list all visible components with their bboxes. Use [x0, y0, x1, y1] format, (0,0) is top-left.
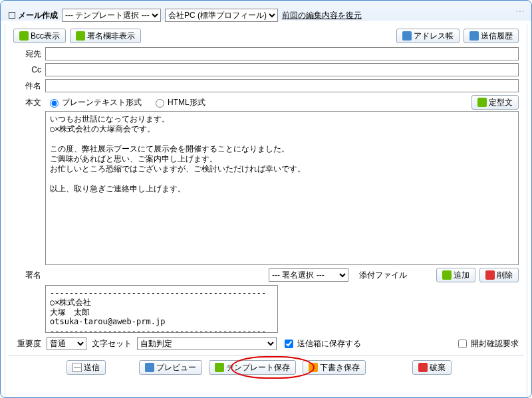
subject-label: 件名: [13, 80, 41, 92]
attach-add-button[interactable]: 追加: [436, 268, 475, 282]
show-bcc-button[interactable]: Bcc表示: [13, 29, 66, 43]
save-template-button[interactable]: テンプレート保存: [209, 360, 296, 375]
profile-select[interactable]: 会社PC (標準プロフィール): [165, 9, 278, 22]
signature-icon: [76, 31, 85, 41]
read-receipt-input[interactable]: [458, 340, 467, 348]
preview-icon: [145, 363, 154, 372]
window-title-text: メール作成: [18, 10, 58, 21]
preview-label: プレビュー: [156, 362, 196, 373]
discard-button[interactable]: 破棄: [412, 360, 452, 375]
boilerplate-icon: [477, 98, 487, 107]
to-input[interactable]: [45, 47, 519, 60]
discard-label: 破棄: [430, 362, 446, 373]
plaintext-radio[interactable]: プレーンテキスト形式: [47, 97, 142, 108]
preview-button[interactable]: プレビュー: [139, 360, 202, 375]
hide-signature-label: 署名欄非表示: [87, 31, 135, 42]
restore-previous-link[interactable]: 前回の編集内容を復元: [282, 10, 362, 21]
address-book-button[interactable]: アドレス帳: [396, 29, 460, 43]
read-receipt-checkbox[interactable]: 開封確認要求: [456, 338, 519, 350]
charset-select[interactable]: 自動判定: [137, 337, 277, 350]
show-bcc-label: Bcc表示: [31, 31, 60, 42]
attachment-label: 添付ファイル: [359, 270, 407, 281]
html-radio-label: HTML形式: [168, 97, 205, 108]
html-radio-input[interactable]: [156, 99, 164, 108]
save-template-icon: [215, 363, 224, 372]
send-history-label: 送信履歴: [481, 31, 513, 42]
priority-select[interactable]: 普通: [47, 337, 86, 350]
window-title: メール作成: [9, 10, 58, 21]
hide-signature-button[interactable]: 署名欄非表示: [70, 29, 141, 43]
boilerplate-label: 定型文: [489, 97, 513, 108]
signature-textarea[interactable]: [45, 285, 278, 333]
signature-label: 署名: [13, 270, 41, 281]
save-draft-icon: [309, 363, 318, 372]
save-template-label: テンプレート保存: [226, 362, 290, 373]
send-label: 送信: [84, 362, 100, 373]
add-icon: [442, 270, 452, 280]
body-label: 本文: [13, 97, 41, 108]
bcc-icon: [19, 31, 29, 41]
attach-delete-button[interactable]: 削除: [479, 268, 519, 282]
cc-input[interactable]: [45, 63, 519, 76]
template-select[interactable]: --- テンプレート選択 ---: [62, 9, 161, 22]
delete-icon: [485, 270, 495, 280]
body-textarea[interactable]: [45, 111, 519, 265]
html-radio[interactable]: HTML形式: [152, 97, 205, 108]
save-to-sent-checkbox[interactable]: 送信箱に保存する: [282, 338, 361, 350]
save-draft-label: 下書き保存: [320, 362, 360, 373]
window-icon: [9, 12, 15, 19]
save-draft-button[interactable]: 下書き保存: [303, 360, 366, 375]
attach-delete-label: 削除: [497, 270, 513, 281]
send-icon: [72, 363, 82, 372]
to-label: 宛先: [13, 49, 41, 60]
save-to-sent-input[interactable]: [285, 340, 293, 348]
send-history-button[interactable]: 送信履歴: [464, 29, 519, 43]
subject-input[interactable]: [45, 79, 519, 92]
address-book-label: アドレス帳: [414, 31, 454, 42]
save-to-sent-label: 送信箱に保存する: [297, 338, 361, 349]
charset-label: 文字セット: [92, 338, 132, 349]
priority-label: 重要度: [13, 338, 41, 349]
attach-add-label: 追加: [454, 270, 469, 281]
read-receipt-label: 開封確認要求: [471, 338, 519, 349]
cc-label: Cc: [13, 65, 41, 74]
loading-spinner-icon: ⋯: [515, 6, 525, 17]
send-button[interactable]: 送信: [66, 360, 106, 375]
plaintext-radio-label: プレーンテキスト形式: [62, 97, 142, 108]
boilerplate-button[interactable]: 定型文: [471, 95, 519, 110]
history-icon: [469, 31, 479, 41]
discard-icon: [418, 363, 428, 372]
signature-select[interactable]: --- 署名選択 ---: [269, 268, 348, 282]
plaintext-radio-input[interactable]: [50, 99, 59, 108]
address-book-icon: [402, 31, 412, 41]
